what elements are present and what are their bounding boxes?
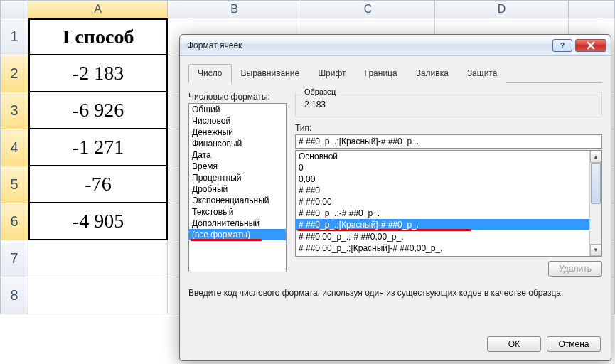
- list-item[interactable]: # ##0_р_.;-# ##0_р_.: [296, 208, 589, 219]
- dialog-tabs: Число Выравнивание Шрифт Граница Заливка…: [188, 63, 602, 83]
- list-item[interactable]: # ##0р.;-# ##0р.: [296, 254, 589, 256]
- row-header-5[interactable]: 5: [0, 166, 28, 203]
- list-item[interactable]: Денежный: [189, 127, 286, 138]
- cell-A3[interactable]: -6 926: [28, 92, 168, 129]
- row-header-3[interactable]: 3: [0, 92, 28, 129]
- row-header-4[interactable]: 4: [0, 129, 28, 166]
- categories-listbox[interactable]: Общий Числовой Денежный Финансовый Дата …: [188, 103, 287, 272]
- list-item[interactable]: 0: [296, 162, 589, 173]
- scroll-track[interactable]: [590, 163, 601, 244]
- sample-label: Образец: [301, 87, 338, 96]
- cell-A1[interactable]: I способ: [28, 18, 168, 55]
- close-icon: [587, 41, 595, 50]
- scrollbar[interactable]: ▲ ▼: [589, 151, 601, 256]
- tab-protection[interactable]: Защита: [458, 64, 507, 83]
- hint-text: Введите код числового формата, используя…: [188, 288, 602, 298]
- select-all-corner[interactable]: [0, 0, 28, 18]
- cell-A8[interactable]: [28, 277, 168, 314]
- dialog-titlebar[interactable]: Формат ячеек ?: [180, 35, 611, 56]
- row-header-6[interactable]: 6: [0, 203, 28, 240]
- cell-A4[interactable]: -1 271: [28, 129, 168, 166]
- type-label: Тип:: [295, 123, 602, 133]
- delete-button[interactable]: Удалить: [548, 261, 602, 277]
- format-cells-dialog: Формат ячеек ? Число Выравнивание Шрифт …: [179, 34, 611, 361]
- list-item[interactable]: Время: [189, 161, 286, 172]
- help-button[interactable]: ?: [552, 39, 572, 52]
- ok-button[interactable]: ОК: [487, 336, 541, 352]
- list-item[interactable]: # ##0,00: [296, 196, 589, 208]
- list-item[interactable]: 0,00: [296, 173, 589, 185]
- tab-font[interactable]: Шрифт: [309, 64, 355, 83]
- dialog-title: Формат ячеек: [187, 41, 550, 50]
- close-button[interactable]: [575, 39, 606, 52]
- list-item[interactable]: Экспоненциальный: [189, 195, 286, 206]
- list-item[interactable]: # ##0,00_р_.;[Красный]-# ##0,00_р_.: [296, 242, 589, 254]
- list-item[interactable]: Числовой: [189, 115, 286, 127]
- cell-A5[interactable]: -76: [28, 166, 168, 203]
- sample-value: -2 183: [301, 97, 596, 109]
- categories-label: Числовые форматы:: [188, 92, 287, 102]
- type-listbox[interactable]: Основной 0 0,00 # ##0 # ##0,00 # ##0_р_.…: [295, 150, 602, 257]
- list-item[interactable]: Процентный: [189, 172, 286, 183]
- list-item[interactable]: Финансовый: [189, 138, 286, 149]
- list-item[interactable]: Дробный: [189, 183, 286, 195]
- cell-A7[interactable]: [28, 240, 168, 277]
- col-header-A[interactable]: A: [28, 0, 168, 18]
- list-item[interactable]: Дополнительный: [189, 218, 286, 229]
- tab-border[interactable]: Граница: [355, 64, 407, 83]
- row-header-7[interactable]: 7: [0, 240, 28, 277]
- cell-A6[interactable]: -4 905: [28, 203, 168, 240]
- row-header-1[interactable]: 1: [0, 18, 28, 55]
- sample-group: Образец -2 183: [295, 92, 602, 117]
- cell-A2[interactable]: -2 183: [28, 55, 168, 92]
- type-input[interactable]: [295, 134, 602, 149]
- scroll-down-icon[interactable]: ▼: [590, 244, 601, 256]
- row-header-8[interactable]: 8: [0, 277, 28, 314]
- tab-fill[interactable]: Заливка: [407, 64, 458, 83]
- list-item[interactable]: Текстовый: [189, 206, 286, 218]
- list-item[interactable]: Основной: [296, 151, 589, 162]
- list-item[interactable]: # ##0,00_р_.;-# ##0,00_р_.: [296, 231, 589, 242]
- col-header-C[interactable]: C: [301, 0, 435, 18]
- cancel-button[interactable]: Отмена: [547, 336, 601, 352]
- list-item[interactable]: Дата: [189, 149, 286, 161]
- col-header-E[interactable]: [569, 0, 615, 18]
- annotation-underline-icon: [191, 239, 262, 241]
- scroll-up-icon[interactable]: ▲: [590, 151, 601, 163]
- row-header-2[interactable]: 2: [0, 55, 28, 92]
- list-item[interactable]: Общий: [189, 104, 286, 115]
- list-item[interactable]: # ##0: [296, 185, 589, 196]
- scroll-thumb[interactable]: [591, 163, 601, 204]
- col-header-D[interactable]: D: [435, 0, 569, 18]
- tab-alignment[interactable]: Выравнивание: [232, 64, 309, 83]
- tab-number[interactable]: Число: [188, 64, 232, 83]
- col-header-B[interactable]: B: [168, 0, 301, 18]
